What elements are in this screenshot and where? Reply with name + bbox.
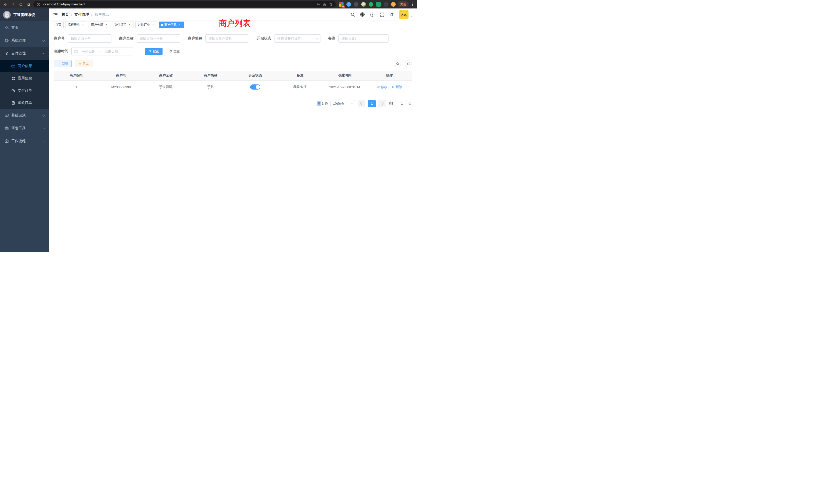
merchant-no-input[interactable] bbox=[68, 35, 111, 43]
col-full-name: 商户全称 bbox=[144, 71, 188, 80]
font-size-icon[interactable]: tT bbox=[389, 12, 394, 17]
extension-blue-icon[interactable] bbox=[346, 2, 351, 7]
extension-green-square-icon[interactable] bbox=[376, 2, 381, 7]
close-icon[interactable]: × bbox=[128, 23, 131, 27]
refresh-icon bbox=[169, 50, 172, 53]
target-circle-icon bbox=[11, 89, 15, 93]
short-name-input[interactable] bbox=[205, 35, 249, 43]
export-button[interactable]: 导出 bbox=[75, 60, 92, 67]
password-key-icon[interactable] bbox=[316, 2, 321, 6]
next-page-button[interactable] bbox=[378, 100, 386, 107]
total-count: 共 1 条 bbox=[317, 101, 328, 106]
filter-row-1: 商户号 商户全称 商户简称 开启状态 bbox=[54, 35, 412, 43]
sidebar-item-merchant-info[interactable]: 商户信息 bbox=[0, 60, 49, 72]
sidebar-item-refund-order[interactable]: 退款订单 bbox=[0, 97, 49, 109]
col-merchant-no: 商户号 bbox=[98, 71, 143, 80]
browser-reload-icon[interactable] bbox=[18, 2, 24, 7]
header-search-icon[interactable] bbox=[350, 12, 355, 17]
close-icon[interactable]: × bbox=[178, 23, 181, 27]
help-icon[interactable]: ? bbox=[370, 12, 375, 17]
sidebar-item-payment[interactable]: ¥ 支付管理 bbox=[0, 47, 49, 60]
fullscreen-icon[interactable] bbox=[379, 12, 385, 17]
delete-link[interactable]: 删除 bbox=[392, 85, 402, 89]
gear-icon bbox=[5, 39, 9, 43]
share-icon[interactable] bbox=[323, 2, 327, 6]
sidebar-item-system[interactable]: 系统管理 bbox=[0, 34, 49, 47]
sidebar-logo[interactable]: 芋道管理系统 bbox=[0, 8, 49, 21]
date-range-picker[interactable]: - bbox=[71, 47, 133, 55]
add-button[interactable]: 新增 bbox=[54, 60, 72, 67]
breadcrumb-home[interactable]: 首页 bbox=[62, 12, 69, 17]
sidebar-item-app-info[interactable]: 应用信息 bbox=[0, 72, 49, 85]
col-merchant-id: 商户编号 bbox=[54, 71, 98, 80]
chevron-right-icon bbox=[381, 102, 383, 105]
tab-refund-order[interactable]: 退款订单 × bbox=[135, 22, 157, 28]
browser-menu-icon[interactable] bbox=[411, 2, 414, 7]
end-date-input[interactable] bbox=[102, 49, 120, 53]
chevron-down-icon bbox=[42, 140, 45, 142]
tab-home[interactable]: 首页 bbox=[53, 22, 64, 28]
breadcrumb-payment[interactable]: 支付管理 bbox=[74, 12, 89, 17]
sidebar-item-infrastructure[interactable]: 基础设施 bbox=[0, 109, 49, 122]
edit-link[interactable]: 修改 bbox=[377, 85, 388, 89]
prev-page-button[interactable] bbox=[358, 100, 366, 107]
close-icon[interactable]: × bbox=[81, 23, 85, 27]
browser-forward-icon[interactable] bbox=[10, 2, 16, 7]
app-title: 芋道管理系统 bbox=[13, 13, 35, 17]
close-icon[interactable]: × bbox=[151, 23, 155, 27]
bookmark-star-icon[interactable] bbox=[329, 2, 333, 6]
extension-green-circle-icon[interactable] bbox=[369, 2, 373, 7]
reset-button-label: 重置 bbox=[174, 49, 180, 54]
extension-dark-icon[interactable] bbox=[354, 2, 358, 7]
logo-avatar bbox=[3, 11, 11, 19]
site-info-icon[interactable] bbox=[37, 2, 41, 6]
sidebar-item-pay-order[interactable]: 支付订单 bbox=[0, 85, 49, 97]
sidebar-item-workflow[interactable]: 工作流程 bbox=[0, 135, 49, 147]
user-avatar[interactable] bbox=[399, 10, 409, 19]
browser-home-icon[interactable] bbox=[26, 2, 31, 7]
page-size-select[interactable]: 10条/页 bbox=[330, 100, 355, 107]
page-1-button[interactable]: 1 bbox=[368, 100, 376, 107]
toggle-search-button[interactable] bbox=[394, 60, 401, 67]
status-toggle[interactable] bbox=[250, 85, 260, 90]
extension-colorful-icon[interactable]: 10 bbox=[339, 2, 344, 7]
full-name-input[interactable] bbox=[137, 35, 180, 43]
status-select-input[interactable] bbox=[274, 35, 321, 43]
edit-label: 修改 bbox=[381, 85, 388, 89]
avatar-caret-icon[interactable] bbox=[411, 15, 413, 17]
cell-create-time: 2021-10-23 08:31:14 bbox=[323, 80, 367, 94]
chevron-up-icon bbox=[42, 52, 44, 55]
sidebar-toggle-icon[interactable] bbox=[53, 12, 58, 17]
tab-process-form[interactable]: 流程表单 × bbox=[65, 22, 87, 28]
tab-pay-order[interactable]: 支付订单 × bbox=[112, 22, 134, 28]
yen-icon: ¥ bbox=[5, 51, 9, 55]
tab-label: 商户信息 bbox=[164, 23, 177, 27]
refresh-table-button[interactable] bbox=[405, 60, 412, 67]
remark-input[interactable] bbox=[338, 35, 389, 43]
tab-user-group[interactable]: 用户分组 × bbox=[89, 22, 110, 28]
extension-pin-icon[interactable] bbox=[383, 2, 388, 7]
browser-back-icon[interactable] bbox=[3, 2, 8, 7]
status-select[interactable] bbox=[274, 35, 321, 43]
close-icon[interactable]: × bbox=[105, 23, 108, 27]
sidebar-item-home[interactable]: 首页 bbox=[0, 21, 49, 34]
reset-button[interactable]: 重置 bbox=[166, 48, 183, 55]
search-button[interactable]: 搜索 bbox=[145, 48, 162, 55]
sidebar-item-devtools[interactable]: 研发工具 bbox=[0, 122, 49, 135]
top-navbar: 首页 / 支付管理 / 商户信息 ? tT bbox=[49, 8, 417, 21]
trash-icon bbox=[392, 86, 395, 89]
start-date-input[interactable] bbox=[79, 49, 98, 53]
sidebar-menu: 首页 系统管理 ¥ 支付管理 商户信息 bbox=[0, 21, 49, 252]
jump-page-input[interactable] bbox=[397, 100, 407, 107]
table-toolbar: 新增 导出 bbox=[54, 60, 412, 67]
extensions-area: 10 bbox=[339, 2, 396, 7]
extension-avatar-icon[interactable] bbox=[361, 2, 366, 7]
grid-icon bbox=[11, 76, 15, 80]
extension-orange-avatar-icon[interactable] bbox=[391, 2, 396, 7]
github-icon[interactable] bbox=[360, 12, 365, 17]
chevron-down-icon bbox=[351, 102, 353, 105]
table-tools bbox=[394, 60, 412, 67]
tab-merchant-info[interactable]: 商户信息 × bbox=[159, 22, 184, 28]
chrome-update-button[interactable]: 更新 bbox=[398, 1, 409, 7]
address-bar[interactable]: localhost:1024/pay/merchant bbox=[34, 1, 336, 7]
